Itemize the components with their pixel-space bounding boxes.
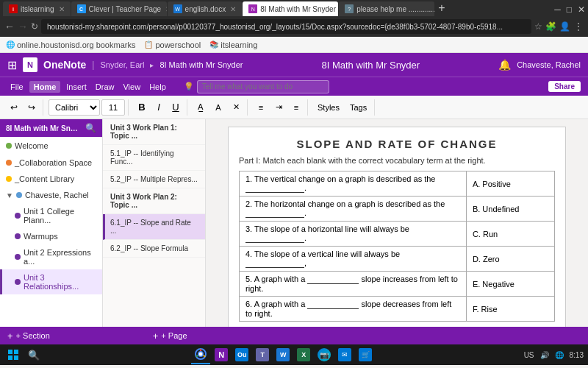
- minimize-button[interactable]: ─: [554, 4, 561, 15]
- styles-button[interactable]: Styles: [313, 99, 344, 116]
- extension-icon[interactable]: 🧩: [545, 21, 556, 32]
- page-item-ip61[interactable]: 6.1_IP -- Slope and Rate ...: [103, 214, 205, 240]
- tab-close-itslearning[interactable]: ✕: [59, 5, 65, 13]
- bookmark-powerschool[interactable]: 📋 powerschool: [144, 40, 201, 49]
- ribbon-help[interactable]: Help: [146, 81, 169, 93]
- page-item-ip62[interactable]: 6.2_IP -- Slope Formula: [103, 240, 205, 258]
- tab-itslearning[interactable]: i itslearning ✕: [3, 1, 71, 16]
- tab-favicon-math: N: [248, 4, 257, 13]
- q3-num: 3.: [245, 224, 252, 233]
- notebook-arrow: ▸: [150, 61, 154, 69]
- font-color-button[interactable]: A: [210, 99, 226, 116]
- sidebar-item-warmups[interactable]: Warmups: [0, 228, 102, 244]
- tab-clever[interactable]: C Clever | Teacher Page ✕: [71, 1, 167, 16]
- q5-num: 5.: [245, 275, 252, 283]
- bookmark-itslearning[interactable]: 📚 itslearning: [209, 40, 257, 49]
- vocab-c: C.: [473, 230, 483, 238]
- svg-rect-17: [14, 350, 18, 354]
- font-select[interactable]: Calibri: [49, 99, 100, 116]
- taskbar-chrome[interactable]: [191, 345, 210, 364]
- taskbar-status-us: US: [524, 351, 534, 359]
- highlight-button[interactable]: A̲: [193, 99, 209, 116]
- indent-button[interactable]: ⇥: [270, 99, 287, 116]
- tags-button[interactable]: Tags: [345, 99, 371, 116]
- taskbar-outlook[interactable]: Ou: [232, 345, 251, 364]
- taskbar-right: US 🔊 🌐 8:13: [524, 350, 584, 360]
- page-item-ip51[interactable]: 5.1_IP -- Identifying Func...: [103, 145, 205, 171]
- tab-bar: i itslearning ✕ C Clever | Teacher Page …: [0, 0, 588, 16]
- worksheet: SLOPE AND RATE OF CHANGE Part I: Match e…: [228, 127, 566, 327]
- italic-button[interactable]: I: [151, 99, 167, 116]
- svg-rect-19: [14, 355, 18, 360]
- undo-button[interactable]: ↩: [6, 99, 22, 116]
- taskbar-photos[interactable]: 📷: [315, 345, 334, 364]
- tab-help[interactable]: ? please help me ............... ✕: [339, 1, 434, 16]
- q3-blank: [245, 233, 304, 243]
- profile-icon[interactable]: 👤: [559, 21, 570, 32]
- maximize-button[interactable]: □: [567, 4, 572, 15]
- tab-close-clever[interactable]: ✕: [165, 5, 166, 13]
- bold-button[interactable]: B: [134, 99, 150, 116]
- notebook-separator: |: [92, 60, 94, 70]
- taskbar-onenote[interactable]: N: [212, 345, 231, 364]
- start-button[interactable]: [4, 346, 22, 364]
- sidebar-search-icon[interactable]: 🔍: [85, 123, 96, 133]
- tab-english[interactable]: W english.docx ✕: [168, 1, 243, 16]
- taskbar-teams[interactable]: T: [253, 345, 272, 364]
- refresh-button[interactable]: ↻: [31, 21, 38, 32]
- tab-math[interactable]: N 8I Math with Mr Snyder ✕: [243, 1, 338, 16]
- sidebar-item-collaboration[interactable]: _Collaboration Space: [0, 155, 102, 171]
- align-button[interactable]: ≡: [288, 99, 304, 116]
- sidebar-item-unit1[interactable]: Unit 1 College Plann...: [0, 203, 102, 228]
- ribbon-home[interactable]: Home: [29, 81, 61, 93]
- tab-label-itslearning: itslearning: [21, 5, 54, 13]
- sidebar-item-unit3[interactable]: Unit 3 Relationships...: [0, 269, 102, 294]
- ribbon-insert[interactable]: Insert: [63, 81, 90, 93]
- taskbar-word[interactable]: W: [273, 345, 293, 364]
- star-icon[interactable]: ☆: [534, 21, 542, 32]
- page-item-workplan2[interactable]: Unit 3 Work Plan 2: Topic ...: [103, 188, 205, 214]
- ribbon-file[interactable]: File: [7, 81, 26, 93]
- sidebar-item-welcome[interactable]: Welcome: [0, 137, 102, 155]
- add-page-button[interactable]: + + Page: [153, 330, 187, 342]
- taskbar-mail[interactable]: ✉: [335, 345, 354, 364]
- redo-button[interactable]: ↪: [24, 99, 40, 116]
- underline-button[interactable]: U: [168, 99, 184, 116]
- sidebar-item-unit2[interactable]: Unit 2 Expressions a...: [0, 244, 102, 269]
- vocab-match-table: 1. The vertical change on a graph is des…: [239, 171, 555, 322]
- font-size-input[interactable]: [101, 99, 125, 116]
- address-input[interactable]: [41, 19, 531, 34]
- bookmark-houstonisd[interactable]: 🌐 online.houstonisd.org bookmarks: [6, 40, 135, 49]
- q4-blank: [245, 258, 304, 268]
- taskbar-excel[interactable]: X: [294, 345, 313, 364]
- sidebar-item-rachel[interactable]: ▼ Chaveste, Rachel: [0, 187, 102, 203]
- add-section-button[interactable]: + + Section: [7, 330, 50, 342]
- close-button[interactable]: ✕: [578, 4, 585, 15]
- taskbar-store[interactable]: 🛒: [356, 345, 375, 364]
- ribbon-search-input[interactable]: [197, 80, 329, 93]
- search-button[interactable]: 🔍: [25, 346, 43, 364]
- tab-close-english[interactable]: ✕: [230, 5, 236, 13]
- window-controls: ─ □ ✕: [554, 4, 585, 16]
- svg-rect-16: [8, 350, 12, 354]
- sidebar-item-content[interactable]: _Content Library: [0, 171, 102, 187]
- new-tab-button[interactable]: +: [438, 1, 445, 16]
- bookmark-icon-houstonisd: 🌐: [6, 40, 15, 49]
- windows-logo-icon: [8, 350, 18, 360]
- q2-text: The horizontal change on a graph is desc…: [254, 199, 445, 208]
- taskbar-network-icon[interactable]: 🌐: [555, 351, 564, 359]
- clear-format-button[interactable]: ✕: [228, 99, 244, 116]
- list-button[interactable]: ≡: [253, 99, 269, 116]
- ribbon-draw[interactable]: Draw: [93, 81, 118, 93]
- forward-button[interactable]: →: [18, 21, 28, 32]
- ribbon-view[interactable]: View: [120, 81, 143, 93]
- section-dot-content: [6, 176, 12, 182]
- page-item-ip52[interactable]: 5.2_IP -- Multiple Repres...: [103, 171, 205, 188]
- bell-icon[interactable]: 🔔: [498, 59, 511, 71]
- taskbar-volume-icon[interactable]: 🔊: [540, 351, 549, 359]
- grid-icon[interactable]: ⊞: [7, 58, 17, 72]
- back-button[interactable]: ←: [4, 21, 15, 32]
- menu-icon[interactable]: ⋮: [573, 21, 584, 32]
- share-button[interactable]: Share: [548, 81, 581, 92]
- page-item-workplan1[interactable]: Unit 3 Work Plan 1: Topic ...: [103, 119, 205, 145]
